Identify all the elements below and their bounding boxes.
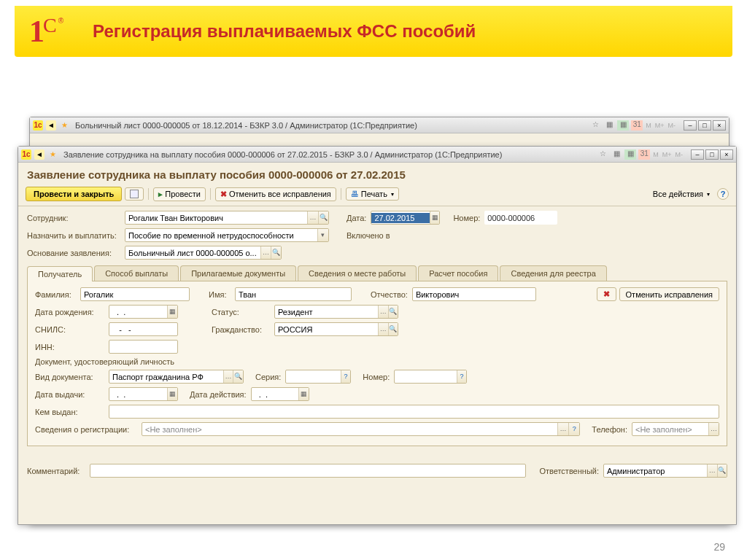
close-button[interactable]: × — [713, 120, 726, 131]
surname-field[interactable] — [80, 287, 190, 301]
snils-input[interactable] — [109, 324, 177, 335]
citizenship-field[interactable]: …🔍 — [274, 322, 398, 336]
search-icon[interactable]: 🔍 — [388, 323, 398, 335]
date-input[interactable] — [371, 213, 429, 223]
minimize-button[interactable]: – — [691, 149, 704, 160]
cancel-edits-button[interactable]: ✖Отменить все исправления — [215, 187, 336, 201]
help-icon[interactable]: ? — [457, 370, 467, 383]
citizenship-input[interactable] — [275, 324, 378, 335]
select-icon[interactable]: … — [223, 370, 233, 383]
select-icon[interactable]: … — [378, 306, 387, 318]
docnum-field[interactable]: ? — [394, 370, 467, 384]
calendar-picker-icon[interactable]: ▦ — [167, 388, 177, 400]
inn-input[interactable] — [109, 342, 177, 352]
name-input[interactable] — [236, 289, 351, 300]
favorite2-icon[interactable]: ☆ — [597, 149, 608, 160]
commit-button[interactable]: ▸Провести — [153, 187, 206, 201]
nav-back-icon[interactable]: ◄ — [46, 120, 56, 131]
select-icon[interactable]: … — [307, 211, 317, 224]
name-field[interactable] — [235, 287, 352, 301]
dob-field[interactable]: ▦ — [109, 305, 178, 319]
issue-date-field[interactable]: ▦ — [109, 387, 178, 401]
basis-input[interactable] — [125, 248, 260, 258]
doc-type-input[interactable] — [109, 372, 223, 382]
surname-input[interactable] — [81, 289, 189, 300]
cancel-edits-local-button[interactable]: Отменить исправления — [619, 287, 719, 301]
save-button[interactable] — [125, 187, 144, 201]
search-icon[interactable]: 🔍 — [318, 211, 328, 224]
valid-date-field[interactable]: ▦ — [251, 387, 309, 401]
status-field[interactable]: …🔍 — [274, 305, 398, 319]
status-input[interactable] — [275, 307, 378, 317]
mminus-icon[interactable]: M- — [675, 151, 684, 158]
dob-input[interactable] — [109, 307, 167, 317]
calendar-picker-icon[interactable]: ▦ — [430, 211, 440, 224]
patronymic-input[interactable] — [413, 289, 535, 300]
calendar-icon[interactable]: 31 — [631, 120, 643, 131]
maximize-button[interactable]: □ — [698, 120, 711, 131]
doc-type-field[interactable]: …🔍 — [109, 370, 244, 384]
minimize-button[interactable]: – — [684, 120, 697, 131]
mplus-icon[interactable]: M+ — [654, 122, 665, 129]
phone-input[interactable] — [632, 424, 708, 435]
commit-close-button[interactable]: Провести и закрыть — [26, 187, 122, 201]
responsible-field[interactable]: …🔍 — [603, 464, 727, 478]
calendar-picker-icon[interactable]: ▦ — [298, 388, 308, 400]
tab-recipient[interactable]: Получатель — [27, 266, 93, 281]
maximize-button[interactable]: □ — [705, 149, 719, 160]
assign-field[interactable]: ▾ — [125, 228, 329, 242]
search-icon[interactable]: 🔍 — [271, 246, 281, 259]
issue-date-input[interactable] — [109, 389, 167, 400]
help-icon[interactable]: ? — [568, 423, 579, 435]
list-icon[interactable]: ▦ — [611, 149, 622, 160]
employee-input[interactable] — [125, 213, 307, 223]
help-button[interactable]: ? — [717, 188, 729, 200]
select-icon[interactable]: … — [707, 464, 716, 477]
phone-field[interactable]: … — [632, 422, 719, 436]
clear-button[interactable]: ✖ — [597, 287, 616, 301]
mminus-icon[interactable]: M- — [667, 122, 677, 129]
tab-workplace[interactable]: Сведения о месте работы — [298, 265, 417, 281]
favorite2-icon[interactable]: ☆ — [589, 120, 601, 131]
tab-attachments[interactable]: Прилагаемые документы — [180, 265, 296, 281]
reg-info-field[interactable]: …? — [142, 422, 580, 436]
list-icon[interactable]: ▦ — [603, 120, 615, 131]
responsible-input[interactable] — [604, 466, 707, 476]
tab-payment-method[interactable]: Способ выплаты — [94, 265, 179, 281]
mplus-icon[interactable]: M+ — [662, 151, 673, 158]
reg-info-input[interactable] — [142, 424, 557, 435]
print-button[interactable]: 🖶Печать▾ — [346, 187, 399, 201]
inn-field[interactable] — [109, 340, 178, 354]
all-actions-button[interactable]: Все действия▾ — [649, 188, 714, 200]
help-icon[interactable]: ? — [341, 370, 350, 383]
search-icon[interactable]: 🔍 — [717, 464, 727, 477]
issued-by-input[interactable] — [109, 407, 719, 417]
select-icon[interactable]: … — [708, 423, 719, 435]
valid-date-input[interactable] — [252, 389, 299, 400]
calculator-icon[interactable]: ▦ — [624, 149, 636, 160]
m-icon[interactable]: M — [645, 122, 652, 129]
favorite-icon[interactable]: ★ — [59, 120, 69, 131]
series-input[interactable] — [286, 372, 341, 382]
calendar-picker-icon[interactable]: ▦ — [167, 306, 177, 318]
employee-field[interactable]: … 🔍 — [125, 211, 329, 225]
search-icon[interactable]: 🔍 — [388, 306, 398, 318]
calendar-icon[interactable]: 31 — [638, 149, 650, 160]
calculator-icon[interactable]: ▦ — [617, 120, 629, 131]
select-icon[interactable]: … — [260, 246, 271, 259]
favorite-icon[interactable]: ★ — [47, 149, 58, 160]
tab-registry[interactable]: Сведения для реестра — [500, 265, 606, 281]
basis-field[interactable]: … 🔍 — [125, 246, 282, 260]
tab-calculation[interactable]: Расчет пособия — [418, 265, 498, 281]
docnum-input[interactable] — [395, 372, 456, 382]
snils-field[interactable] — [109, 322, 178, 336]
series-field[interactable]: ? — [285, 370, 351, 384]
date-field[interactable]: ▦ — [371, 211, 440, 225]
nav-back-icon[interactable]: ◄ — [34, 149, 44, 160]
select-icon[interactable]: … — [378, 323, 387, 335]
m-icon[interactable]: M — [652, 151, 659, 158]
select-icon[interactable]: … — [557, 423, 568, 435]
issued-by-field[interactable] — [109, 405, 719, 419]
close-button[interactable]: × — [720, 149, 733, 160]
search-icon[interactable]: 🔍 — [233, 370, 243, 383]
